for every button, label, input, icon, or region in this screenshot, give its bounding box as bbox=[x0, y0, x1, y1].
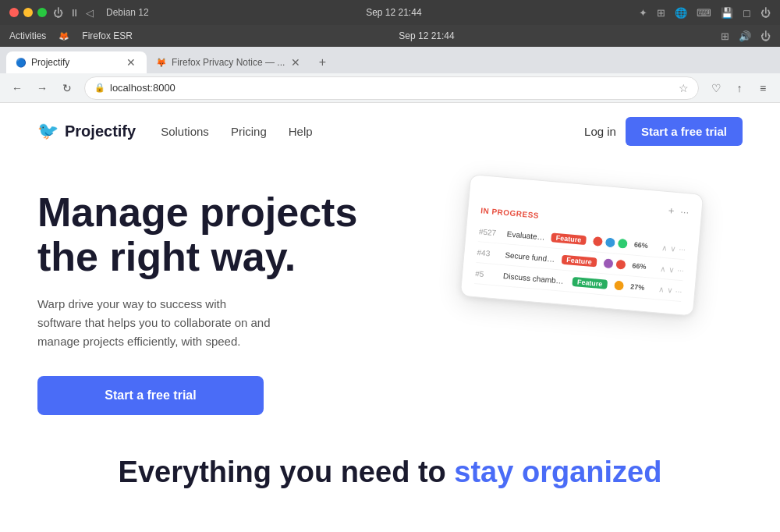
bookmark-icon[interactable]: ☆ bbox=[679, 82, 689, 94]
firefox-icon: 🦊 bbox=[58, 31, 69, 41]
login-btn[interactable]: Log in bbox=[584, 125, 616, 138]
os-menubar: Activities 🦊 Firefox ESR Sep 12 21:44 ⊞ … bbox=[0, 25, 780, 47]
network-status-icon: ⊞ bbox=[721, 30, 729, 42]
hero-title: Manage projects the right way. bbox=[37, 190, 390, 279]
avatar-6 bbox=[613, 279, 625, 291]
card-row-3-title: Discuss chamber valve fix bbox=[503, 271, 567, 286]
dots-icon-2: ··· bbox=[677, 265, 684, 275]
address-bar[interactable]: 🔒 localhost:8000 ☆ bbox=[84, 76, 699, 100]
tab2-title: Firefox Privacy Notice — ... bbox=[172, 57, 285, 68]
os-time: Sep 12 21:44 bbox=[366, 7, 421, 18]
card-row-1-actions: ∧ ∨ ··· bbox=[661, 243, 686, 254]
tab2-close-btn[interactable]: ✕ bbox=[289, 56, 302, 69]
chevron-down-icon: ∨ bbox=[670, 243, 676, 253]
chevron-up-icon-3: ∧ bbox=[658, 285, 665, 294]
keyboard-icon: ⌨ bbox=[697, 7, 711, 19]
menu-btn[interactable]: ≡ bbox=[752, 77, 774, 99]
os-back-icon: ◁ bbox=[86, 7, 94, 19]
card-row-3-progress: 27% bbox=[630, 282, 653, 292]
avatar-2 bbox=[604, 236, 615, 248]
os-menubar-left: Activities 🦊 Firefox ESR bbox=[9, 30, 133, 41]
tab1-close-btn[interactable]: ✕ bbox=[125, 56, 137, 69]
site-logo[interactable]: 🐦 Projectify bbox=[37, 121, 136, 141]
browser-tab-1[interactable]: 🔵 Projectify ✕ bbox=[6, 51, 147, 73]
website-content: 🐦 Projectify Solutions Pricing Help Log … bbox=[0, 103, 780, 532]
browser-toolbar: ← → ↻ 🔒 localhost:8000 ☆ ♡ ↑ ≡ bbox=[0, 73, 780, 103]
card-row-2-avatars bbox=[602, 257, 626, 271]
power-status-icon: ⏻ bbox=[760, 30, 771, 42]
toolbar-actions: ♡ ↑ ≡ bbox=[705, 77, 774, 99]
hero-subtitle: Warp drive your way to success with soft… bbox=[37, 295, 271, 351]
dots-icon-3: ··· bbox=[675, 286, 682, 296]
card-row-1-title: Evaluate genome sequencing bbox=[506, 229, 545, 241]
tab1-title: Projectify bbox=[31, 57, 120, 68]
lock-icon: 🔒 bbox=[94, 83, 105, 93]
card-row-2-title: Secure funding for materials bbox=[505, 250, 556, 264]
card-row-3-actions: ∧ ∨ ··· bbox=[658, 285, 682, 296]
os-datetime: Sep 12 21:44 bbox=[399, 30, 454, 41]
site-nav: 🐦 Projectify Solutions Pricing Help Log … bbox=[0, 103, 780, 159]
nav-pricing[interactable]: Pricing bbox=[231, 125, 267, 138]
section-title-normal: Everything you need to bbox=[119, 456, 455, 488]
nav-actions: Log in Start a free trial bbox=[584, 117, 743, 146]
os-pause-icon: ⏸ bbox=[69, 7, 80, 19]
card-row-2-progress: 66% bbox=[632, 261, 654, 271]
avatar-5 bbox=[615, 259, 626, 271]
power-icon: ⏻ bbox=[760, 7, 771, 19]
os-titlebar: ⏻ ⏸ ◁ Debian 12 Sep 12 21:44 ✦ ⊞ 🌐 ⌨ 💾 ◻… bbox=[0, 0, 780, 25]
bookmark-action-btn[interactable]: ♡ bbox=[705, 77, 727, 99]
share-btn[interactable]: ↑ bbox=[729, 77, 750, 99]
logo-icon: 🐦 bbox=[37, 121, 58, 141]
section-below: Everything you need to stay organized bbox=[0, 432, 780, 489]
forward-btn[interactable]: → bbox=[31, 77, 53, 99]
nav-help[interactable]: Help bbox=[289, 125, 313, 138]
back-btn[interactable]: ← bbox=[6, 77, 28, 99]
traffic-lights bbox=[9, 8, 47, 17]
nav-trial-btn[interactable]: Start a free trial bbox=[626, 117, 743, 146]
card-row-1-id: #527 bbox=[479, 227, 502, 237]
card-row-2-id: #43 bbox=[477, 248, 499, 258]
os-power-icon: ⏻ bbox=[53, 7, 63, 19]
hero-section: Manage projects the right way. Warp driv… bbox=[0, 159, 780, 432]
brightness-icon: ✦ bbox=[639, 7, 647, 19]
avatar-1 bbox=[591, 236, 603, 247]
network-icon: 🌐 bbox=[675, 7, 687, 19]
new-tab-btn[interactable]: + bbox=[311, 51, 333, 73]
traffic-light-red[interactable] bbox=[9, 8, 19, 17]
card-row-3-badge: Feature bbox=[572, 277, 607, 289]
card-row-2-badge: Feature bbox=[562, 255, 597, 268]
activities-menu[interactable]: Activities bbox=[9, 30, 46, 41]
card-row-3-id: #5 bbox=[475, 268, 498, 278]
card-row-2-actions: ∧ ∨ ··· bbox=[660, 264, 684, 275]
address-text: localhost:8000 bbox=[110, 82, 674, 94]
card-row-3-avatars bbox=[613, 279, 625, 291]
os-title: Debian 12 bbox=[106, 7, 149, 18]
chevron-down-icon-2: ∨ bbox=[668, 264, 675, 274]
browser-tab-2[interactable]: 🦊 Firefox Privacy Notice — ... ✕ bbox=[147, 51, 311, 73]
traffic-light-yellow[interactable] bbox=[23, 8, 33, 17]
browser-tabbar: 🔵 Projectify ✕ 🦊 Firefox Privacy Notice … bbox=[0, 47, 780, 73]
chevron-up-icon: ∧ bbox=[661, 243, 668, 252]
card-row-1-avatars bbox=[591, 236, 628, 250]
logo-text: Projectify bbox=[65, 122, 136, 140]
hero-visual: + ··· IN PROGRESS #527 Evaluate genome s… bbox=[390, 190, 743, 432]
audio-icon: ⊞ bbox=[657, 7, 665, 19]
hero-content: Manage projects the right way. Warp driv… bbox=[37, 190, 390, 432]
tab1-favicon: 🔵 bbox=[16, 58, 27, 68]
traffic-light-green[interactable] bbox=[37, 8, 47, 17]
window-icon: ◻ bbox=[743, 7, 751, 19]
reload-btn[interactable]: ↻ bbox=[56, 77, 78, 99]
dashboard-mockup: + ··· IN PROGRESS #527 Evaluate genome s… bbox=[460, 174, 704, 317]
audio-status-icon: 🔊 bbox=[739, 30, 751, 42]
chevron-down-icon-3: ∨ bbox=[667, 286, 673, 295]
card-row-1-badge: Feature bbox=[551, 232, 586, 245]
section-title: Everything you need to stay organized bbox=[37, 456, 743, 489]
nav-solutions[interactable]: Solutions bbox=[161, 125, 209, 138]
hero-cta-btn[interactable]: Start a free trial bbox=[37, 376, 264, 415]
chevron-up-icon-2: ∧ bbox=[660, 264, 666, 273]
card-dots-icon: ··· bbox=[680, 206, 690, 218]
os-titlebar-right: ✦ ⊞ 🌐 ⌨ 💾 ◻ ⏻ bbox=[639, 7, 771, 19]
section-title-accent: stay organized bbox=[454, 456, 661, 488]
tab2-favicon: 🦊 bbox=[156, 58, 167, 68]
firefox-menu[interactable]: Firefox ESR bbox=[82, 30, 133, 41]
